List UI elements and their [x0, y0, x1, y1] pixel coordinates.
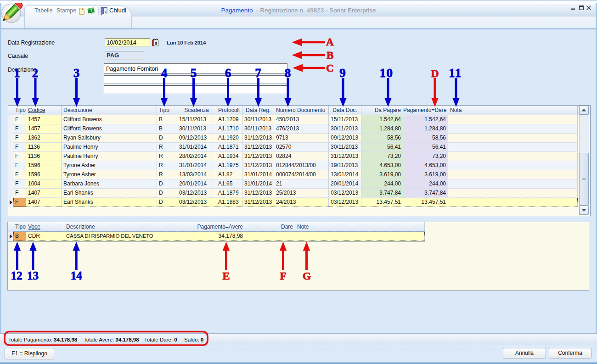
svg-text:12: 12: [11, 269, 23, 282]
svg-text:9: 9: [339, 66, 346, 80]
svg-text:G: G: [303, 270, 311, 282]
svg-text:C: C: [326, 62, 334, 74]
svg-text:13: 13: [27, 269, 39, 282]
svg-text:B: B: [327, 50, 333, 61]
svg-text:5: 5: [191, 66, 197, 80]
svg-text:8: 8: [285, 66, 291, 80]
svg-text:F: F: [280, 270, 287, 282]
svg-text:E: E: [222, 270, 230, 282]
svg-text:A: A: [326, 36, 334, 48]
svg-text:11: 11: [449, 66, 462, 80]
svg-text:D: D: [431, 67, 439, 79]
svg-text:3: 3: [73, 66, 80, 80]
svg-text:10: 10: [380, 66, 394, 80]
svg-text:2: 2: [32, 66, 39, 80]
svg-text:7: 7: [255, 66, 261, 80]
svg-text:6: 6: [225, 66, 231, 80]
svg-text:1: 1: [14, 66, 20, 80]
svg-text:4: 4: [161, 66, 168, 80]
svg-text:14: 14: [71, 269, 83, 282]
